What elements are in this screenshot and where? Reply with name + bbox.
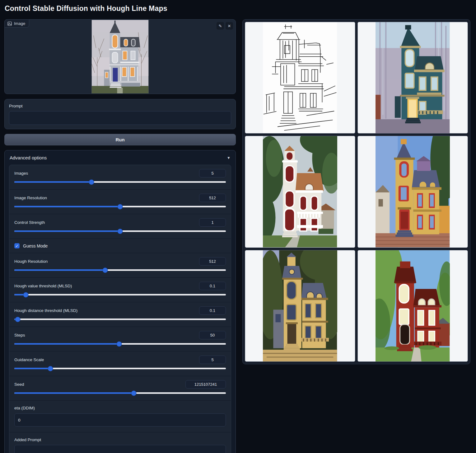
gallery-item-white-house[interactable]	[245, 136, 355, 248]
slider-label: Seed	[14, 382, 24, 387]
slider-value-input[interactable]: 0.1	[199, 306, 226, 315]
slider-hough-resolution: Hough Resolution 512	[9, 253, 231, 277]
slider-track[interactable]	[14, 392, 226, 394]
advanced-options-header[interactable]: Advanced options ▼	[5, 150, 236, 164]
slider-steps: Steps 50	[9, 327, 231, 351]
slider-track[interactable]	[14, 181, 226, 183]
input-image-picture	[92, 20, 149, 93]
slider-track[interactable]	[14, 319, 226, 320]
eta-label: eta (DDIM)	[14, 406, 226, 410]
slider-seed: Seed 1215107241	[9, 376, 231, 400]
teal-house-picture	[376, 22, 450, 133]
slider-value-input[interactable]: 1215107241	[185, 380, 226, 389]
gallery-item-red-house[interactable]	[357, 250, 468, 362]
pencil-icon: ✎	[219, 24, 222, 28]
slider-control-strength: Control Strength 1	[9, 214, 231, 238]
image-input-panel[interactable]: Image ✎ ✕	[4, 19, 236, 94]
slider-hough-value-threshold: Hough value threshold (MLSD) 0.1	[9, 277, 231, 302]
checkbox-checked-icon[interactable]: ✓	[14, 243, 20, 248]
slider-label: Control Strength	[14, 220, 45, 225]
slider-handle[interactable]	[118, 204, 123, 209]
slider-value-input[interactable]: 1	[199, 218, 226, 227]
slider-value-input[interactable]: 512	[199, 194, 226, 202]
slider-value-input[interactable]: 50	[199, 331, 226, 339]
added-prompt-label: Added Prompt	[14, 437, 226, 442]
slider-value-input[interactable]: 5	[199, 169, 226, 177]
slider-track[interactable]	[14, 368, 226, 369]
slider-label: Image Resolution	[14, 196, 47, 200]
red-house-picture	[376, 250, 450, 361]
page-title: Control Stable Diffusion with Hough Line…	[5, 4, 167, 13]
gallery-item-line-map[interactable]	[245, 22, 355, 134]
slider-handle[interactable]	[48, 366, 53, 371]
slider-label: Hough distance threshold (MLSD)	[14, 308, 77, 313]
slider-label: Guidance Scale	[14, 357, 44, 362]
guess-mode-checkbox-row[interactable]: ✓ Guess Mode	[9, 238, 231, 253]
added-prompt-field: Added Prompt	[9, 432, 231, 453]
gallery-item-golden-house[interactable]	[245, 250, 355, 362]
golden-house-picture	[263, 250, 337, 361]
white-house-picture	[263, 136, 337, 247]
image-icon	[7, 21, 12, 26]
slider-track[interactable]	[14, 343, 226, 345]
slider-value-input[interactable]: 0.1	[199, 282, 226, 290]
added-prompt-input[interactable]	[14, 445, 226, 453]
close-icon: ✕	[228, 24, 231, 28]
gallery-item-yellow-house[interactable]	[357, 136, 468, 248]
guess-mode-label: Guess Mode	[23, 243, 48, 248]
slider-image-resolution: Image Resolution 512	[9, 189, 231, 214]
gallery-item-teal-house[interactable]	[357, 22, 468, 134]
slider-value-input[interactable]: 512	[199, 257, 226, 266]
yellow-house-picture	[376, 136, 450, 247]
slider-handle[interactable]	[24, 292, 28, 297]
slider-track[interactable]	[14, 294, 226, 295]
input-image[interactable]	[92, 20, 149, 93]
eta-input[interactable]	[14, 413, 226, 427]
slider-value-input[interactable]: 5	[199, 356, 226, 364]
run-button[interactable]: Run	[4, 134, 236, 145]
advanced-options-body: Images 5 Image Resolution 512	[9, 165, 231, 453]
chevron-down-icon: ▼	[227, 156, 231, 160]
slider-track[interactable]	[14, 269, 226, 271]
slider-handle[interactable]	[118, 229, 123, 234]
slider-handle[interactable]	[132, 391, 136, 395]
slider-label: Hough value threshold (MLSD)	[14, 284, 72, 288]
slider-guidance-scale: Guidance Scale 5	[9, 351, 231, 376]
slider-track[interactable]	[14, 230, 226, 232]
slider-handle[interactable]	[15, 317, 20, 322]
line-map-picture	[263, 22, 337, 133]
prompt-panel: Prompt	[4, 99, 236, 129]
app-window: Control Stable Diffusion with Hough Line…	[0, 0, 476, 453]
slider-handle[interactable]	[89, 180, 94, 184]
result-gallery	[242, 19, 470, 364]
eta-field: eta (DDIM)	[9, 400, 231, 432]
image-input-label: Image	[4, 19, 29, 28]
prompt-label: Prompt	[9, 104, 231, 108]
advanced-options-title: Advanced options	[10, 155, 47, 160]
slider-handle[interactable]	[103, 268, 108, 272]
slider-label: Hough Resolution	[14, 259, 48, 264]
advanced-options-panel: Advanced options ▼ Images 5 Image Resolu…	[4, 150, 236, 453]
prompt-input[interactable]	[9, 111, 231, 125]
slider-handle[interactable]	[117, 342, 121, 346]
slider-label: Steps	[14, 333, 25, 337]
slider-label: Images	[14, 171, 28, 176]
edit-image-button[interactable]: ✎	[217, 22, 224, 30]
slider-track[interactable]	[14, 206, 226, 207]
slider-hough-distance-threshold: Hough distance threshold (MLSD) 0.1	[9, 302, 231, 327]
clear-image-button[interactable]: ✕	[226, 22, 233, 30]
slider-images: Images 5	[9, 165, 231, 189]
